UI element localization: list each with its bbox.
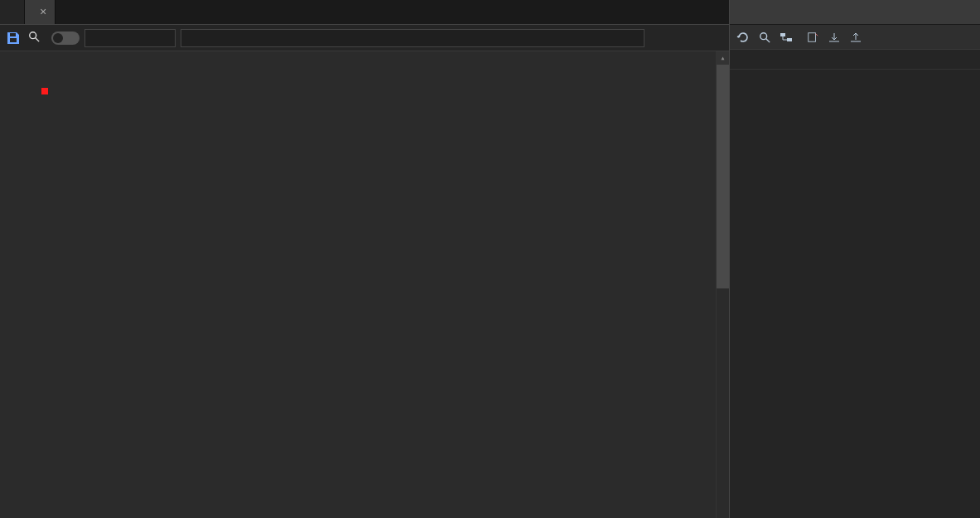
scroll-thumb[interactable] (717, 65, 729, 288)
editor-panel: × ▴ (0, 0, 729, 518)
fold-toggle[interactable] (51, 31, 80, 45)
svg-rect-5 (787, 38, 792, 41)
search-icon[interactable] (28, 31, 40, 46)
fold-gutter (27, 51, 41, 518)
refresh-icon[interactable] (735, 29, 751, 46)
svg-point-0 (30, 31, 36, 38)
svg-line-3 (766, 38, 770, 41)
line-number-gutter (0, 51, 27, 518)
code-content[interactable] (41, 51, 716, 518)
edit-icon[interactable] (804, 29, 821, 46)
search-results-panel (729, 0, 980, 518)
scroll-up-icon[interactable]: ▴ (717, 51, 729, 65)
path-input[interactable] (181, 29, 644, 47)
close-icon[interactable]: × (40, 6, 46, 19)
search-icon[interactable] (756, 29, 773, 46)
import-icon[interactable] (826, 29, 842, 46)
editor-area: ▴ (0, 51, 729, 518)
scrollbar-vertical[interactable]: ▴ (716, 51, 729, 518)
svg-rect-6 (809, 32, 816, 41)
tab-bar: × (0, 0, 729, 25)
tab-active[interactable]: × (25, 0, 56, 24)
new-search-label[interactable] (730, 50, 980, 70)
svg-point-2 (760, 32, 767, 39)
panel-header (730, 0, 980, 25)
highlight-box (41, 88, 48, 94)
line-input[interactable] (84, 29, 176, 47)
svg-rect-4 (780, 33, 785, 36)
save-icon[interactable] (3, 28, 23, 48)
panel-toolbar (730, 25, 980, 50)
folder-tree-icon[interactable] (778, 29, 794, 46)
editor-toolbar (0, 25, 729, 51)
tab-spacer (0, 0, 25, 24)
svg-line-1 (36, 37, 39, 41)
result-tree (730, 70, 980, 518)
export-icon[interactable] (847, 29, 864, 46)
